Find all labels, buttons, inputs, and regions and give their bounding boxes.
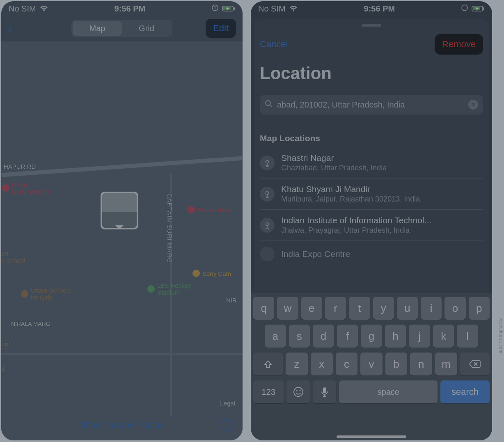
svg-point-18 [266, 228, 268, 229]
right-screenshot: No SIM 9:56 PM Cancel Remove Location a [251, 1, 492, 440]
key-mic[interactable] [313, 380, 336, 403]
svg-rect-6 [483, 7, 484, 10]
location-result[interactable]: Indian Institute of Information Technol.… [260, 210, 483, 241]
location-result[interactable]: India Expo Centre [260, 241, 483, 267]
key-d[interactable]: d [313, 325, 334, 348]
key-shift[interactable] [253, 353, 283, 376]
remove-button[interactable]: Remove [435, 34, 483, 55]
view-segmented-control[interactable]: Map Grid [71, 20, 172, 37]
result-title: Shastri Nagar [281, 153, 387, 163]
result-title: Indian Institute of Information Technol.… [281, 215, 431, 225]
key-123[interactable]: 123 [253, 380, 284, 403]
pin-icon [260, 247, 275, 261]
key-c[interactable]: c [336, 353, 358, 376]
result-subtitle: Murlipura, Jaipur, Rajasthan 302013, Ind… [281, 195, 420, 204]
result-subtitle: Ghaziabad, Uttar Pradesh, India [281, 164, 387, 172]
key-a[interactable]: a [265, 325, 286, 348]
poi-stadium[interactable]: LBS Hockey Stadium [147, 282, 191, 296]
wifi-icon [39, 5, 48, 12]
key-z[interactable]: z [286, 353, 308, 376]
emoji-icon [293, 387, 304, 397]
location-result[interactable]: Shastri NagarGhaziabad, Uttar Pradesh, I… [260, 147, 483, 179]
key-u[interactable]: u [397, 297, 418, 320]
key-i[interactable]: i [421, 297, 442, 320]
svg-point-12 [266, 165, 268, 166]
pin-icon [260, 218, 275, 233]
back-button[interactable]: ‹ [8, 21, 12, 37]
svg-rect-2 [234, 7, 235, 10]
key-e[interactable]: e [301, 297, 322, 320]
key-g[interactable]: g [361, 325, 382, 348]
mic-icon [321, 387, 329, 397]
backspace-icon [469, 360, 481, 368]
street-label: NIRALA MARG [11, 321, 50, 327]
show-nearby-button[interactable]: Show Nearby Photos [80, 420, 165, 431]
map-label-fragment: ore [1, 340, 10, 347]
poi-label: LBS Hockey Stadium [157, 282, 191, 296]
map-label-fragment: I [2, 366, 4, 374]
poi-label: Sony Cam [202, 270, 231, 277]
poi-school-2[interactable]: Uttam Schools for Girls [21, 287, 71, 301]
key-emoji[interactable] [286, 380, 310, 403]
key-k[interactable]: k [433, 325, 454, 348]
poi-shop[interactable]: Sony Cam [192, 270, 231, 277]
key-b[interactable]: b [385, 353, 408, 376]
carrier-label: No SIM [9, 4, 36, 14]
poi-hospital[interactable]: Prime Hospit [188, 206, 233, 213]
key-o[interactable]: o [444, 297, 465, 320]
key-j[interactable]: j [409, 325, 430, 348]
poi-school[interactable]: ort d School [1, 250, 25, 264]
key-search[interactable]: search [440, 380, 490, 403]
key-s[interactable]: s [289, 325, 310, 348]
key-n[interactable]: n [410, 353, 432, 376]
sheet-grabber[interactable] [362, 24, 381, 27]
info-icon[interactable]: i [221, 419, 234, 431]
key-delete[interactable] [460, 353, 490, 376]
result-title: Khatu Shyam Ji Mandir [281, 184, 420, 194]
street-label: CAPTAIN SURI MARG [166, 193, 173, 263]
segment-grid[interactable]: Grid [122, 21, 171, 36]
location-result[interactable]: Khatu Shyam Ji MandirMurlipura, Jaipur, … [260, 179, 483, 210]
status-bar: No SIM 9:56 PM [251, 1, 492, 16]
svg-point-19 [294, 387, 303, 396]
key-v[interactable]: v [360, 353, 383, 376]
nav-bar: ‹ Map Grid Edit [1, 16, 243, 41]
key-f[interactable]: f [337, 325, 358, 348]
carrier-label: No SIM [258, 4, 286, 14]
key-t[interactable]: t [349, 297, 370, 320]
orientation-lock-icon [461, 4, 468, 14]
key-q[interactable]: q [253, 297, 274, 320]
photo-pin[interactable] [101, 192, 138, 229]
poi-nursing-home[interactable]: Divya Nursing Home [2, 181, 51, 195]
key-m[interactable]: m [435, 353, 457, 376]
legal-link[interactable]: Legal [220, 400, 235, 407]
home-indicator[interactable] [337, 435, 406, 438]
key-l[interactable]: l [457, 325, 478, 348]
cancel-button[interactable]: Cancel [260, 39, 288, 50]
key-p[interactable]: p [469, 297, 490, 320]
edit-button[interactable]: Edit [206, 19, 236, 38]
key-space[interactable]: space [339, 380, 438, 403]
key-r[interactable]: r [325, 297, 346, 320]
map-label-fragment: NIR [226, 297, 237, 304]
key-w[interactable]: w [277, 297, 298, 320]
svg-point-10 [266, 160, 268, 163]
street-label: HAPUR RD [4, 163, 36, 170]
shift-icon [263, 360, 273, 369]
wifi-icon [289, 5, 298, 12]
key-y[interactable]: y [373, 297, 394, 320]
search-input[interactable]: abad, 201002, Uttar Pradesh, India ✕ [260, 95, 483, 115]
keyboard[interactable]: qwertyuiop asdfghjkl zxcvbnm 123 space s… [251, 293, 492, 440]
key-h[interactable]: h [385, 325, 406, 348]
clear-icon[interactable]: ✕ [468, 100, 478, 110]
clock: 9:56 PM [115, 4, 146, 14]
svg-point-21 [299, 390, 300, 391]
search-icon [265, 100, 273, 110]
key-x[interactable]: x [311, 353, 333, 376]
svg-point-8 [266, 101, 270, 105]
svg-line-9 [270, 105, 272, 107]
map-view[interactable]: HAPUR RD CAPTAIN SURI MARG NIRALA MARG D… [1, 41, 243, 440]
segment-map[interactable]: Map [73, 21, 122, 36]
watermark: www.deuaq.com [499, 318, 503, 353]
left-screenshot: No SIM 9:56 PM ‹ Map Grid Edit HAPUR RD [1, 1, 243, 440]
